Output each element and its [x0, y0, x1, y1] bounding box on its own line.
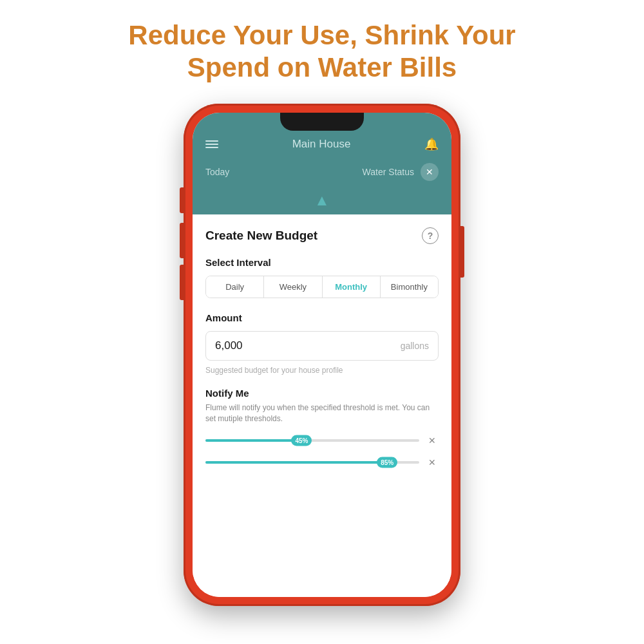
menu-icon[interactable] — [205, 140, 218, 148]
phone-btn-mute — [180, 187, 184, 213]
notify-desc: Flume will notify you when the specified… — [205, 402, 439, 424]
amount-label: Amount — [205, 312, 439, 323]
notify-title: Notify Me — [205, 388, 439, 399]
slider-2-remove[interactable]: ✕ — [426, 456, 439, 469]
tab-bimonthly[interactable]: Bimonthly — [381, 276, 438, 298]
today-label: Today — [205, 167, 229, 177]
modal-title: Create New Budget — [205, 229, 317, 243]
slider-2-track[interactable]: 85% — [205, 456, 419, 469]
header-title: Main House — [292, 138, 351, 151]
suggested-text: Suggested budget for your house profile — [205, 366, 439, 375]
water-icon-area: ▲ — [193, 191, 451, 214]
slider-1-remove[interactable]: ✕ — [426, 434, 439, 447]
phone-notch — [280, 113, 364, 131]
slider-1-track[interactable]: 45% — [205, 434, 419, 447]
phone-screen: Main House 🔔 Today Water Status ✕ ▲ Crea… — [193, 113, 451, 597]
tab-daily[interactable]: Daily — [206, 276, 264, 298]
slider-2-thumb[interactable]: 85% — [377, 457, 397, 468]
phone-btn-volume-down — [180, 265, 184, 300]
phone-btn-power — [460, 226, 464, 278]
sub-header: Today Water Status ✕ — [193, 159, 451, 191]
slider-row-1: 45% ✕ — [205, 434, 439, 447]
bell-icon[interactable]: 🔔 — [424, 137, 439, 151]
select-interval-label: Select Interval — [205, 257, 439, 268]
slider-row-2: 85% ✕ — [205, 456, 439, 469]
interval-tabs: Daily Weekly Monthly Bimonthly — [205, 276, 439, 298]
amount-value: 6,000 — [215, 339, 401, 352]
amount-unit: gallons — [401, 341, 429, 351]
amount-field[interactable]: 6,000 gallons — [205, 331, 439, 361]
help-icon[interactable]: ? — [422, 227, 439, 244]
phone-shell: Main House 🔔 Today Water Status ✕ ▲ Crea… — [184, 104, 460, 606]
page-title: Reduce Your Use, Shrink Your Spend on Wa… — [90, 19, 554, 84]
tab-monthly[interactable]: Monthly — [323, 276, 381, 298]
water-drop-icon: ▲ — [314, 191, 330, 209]
slider-1-thumb[interactable]: 45% — [291, 435, 312, 446]
sub-header-right: Water Status ✕ — [363, 163, 439, 181]
phone-mockup: Main House 🔔 Today Water Status ✕ ▲ Crea… — [184, 104, 460, 606]
content-area: Create New Budget ? Select Interval Dail… — [193, 214, 451, 597]
close-button[interactable]: ✕ — [421, 163, 439, 181]
water-status-label: Water Status — [363, 167, 414, 177]
phone-btn-volume-up — [180, 223, 184, 258]
modal-header: Create New Budget ? — [205, 227, 439, 244]
tab-weekly[interactable]: Weekly — [264, 276, 322, 298]
